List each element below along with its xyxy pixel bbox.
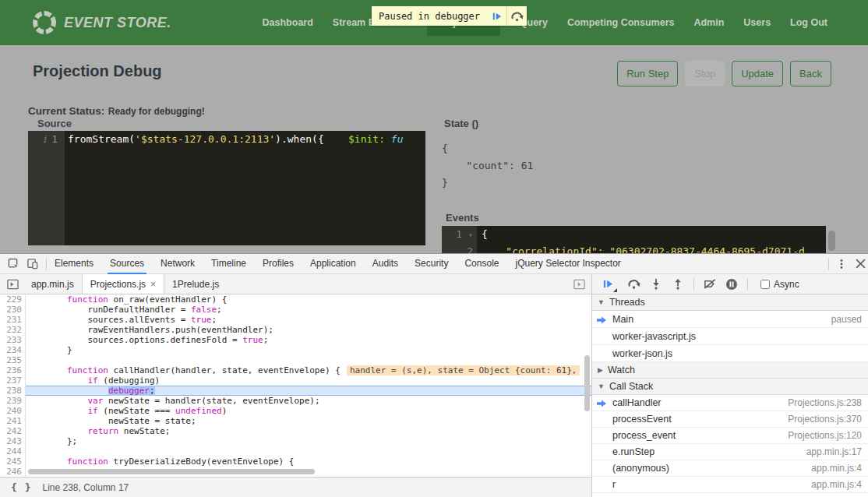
devtools-tab-sources[interactable]: Sources	[110, 254, 144, 274]
devtools-tab-profiles[interactable]: Profiles	[263, 254, 294, 274]
devtools-tab-network[interactable]: Network	[161, 254, 195, 274]
code-token: on_raw(eventHandler) {	[108, 294, 227, 305]
frame-location: app.min.js:4	[811, 463, 862, 474]
code-line-244: 244	[0, 446, 591, 456]
code-line-235: 235	[0, 355, 591, 365]
thread-row-worker-json-js[interactable]: worker-json.js	[592, 345, 868, 362]
event-store-brand[interactable]: EVENT STORE.	[31, 9, 171, 36]
deactivate-breakpoints-icon[interactable]	[704, 278, 716, 291]
call-stack-frame-r[interactable]: rapp.min.js:4	[592, 477, 868, 493]
watch-section-header-title: Watch	[608, 365, 635, 375]
events-scrollbar-thumb[interactable]	[828, 231, 835, 251]
show-navigator-icon[interactable]	[6, 278, 19, 291]
devtools-tab-application[interactable]: Application	[310, 254, 356, 274]
call-stack-frame-callhandler[interactable]: callHandlerProjections.js:238	[592, 395, 868, 411]
paused-in-debugger-tooltip: Paused in debugger	[372, 6, 527, 26]
fold-caret-icon[interactable]: ▾	[464, 231, 473, 239]
nav-item-log-out[interactable]: Log Out	[790, 17, 827, 28]
show-drawer-icon[interactable]	[573, 278, 585, 291]
step-out-icon[interactable]	[672, 278, 684, 291]
code-horizontal-scrollbar-thumb[interactable]	[28, 469, 315, 474]
nav-item-competing-consumers[interactable]: Competing Consumers	[567, 17, 675, 28]
state-panel-label: State ()	[444, 118, 478, 129]
code-vertical-scrollbar-thumb[interactable]	[584, 355, 590, 411]
code-token	[26, 456, 67, 467]
thread-row-worker-javascript-js[interactable]: worker-javascript.js	[592, 328, 868, 345]
call-stack-section-header[interactable]: ▼Call Stack	[592, 379, 868, 395]
call-stack-frame-process-event[interactable]: process_eventProjections.js:120	[592, 428, 868, 444]
code-line-240: 240 if (newState === undefined)	[0, 406, 591, 416]
devtools-panel: ElementsSourcesNetworkTimelineProfilesAp…	[0, 253, 868, 497]
code-line-text: var newState = handler(state, eventEnvel…	[26, 396, 591, 406]
resume-icon[interactable]	[487, 6, 506, 26]
file-tab-1prelude-js[interactable]: 1Prelude.js	[164, 274, 227, 294]
toolbar-divider-1	[693, 278, 694, 291]
step-over-icon[interactable]	[507, 6, 527, 26]
devtools-tab-jquery-selector-inspector[interactable]: jQuery Selector Inspector	[515, 254, 620, 274]
code-line-text: if (newState === undefined)	[26, 406, 591, 416]
pretty-print-icon[interactable]: { }	[11, 481, 31, 493]
thread-row-main[interactable]: Mainpaused	[592, 311, 868, 328]
devtools-tab-elements[interactable]: Elements	[55, 254, 94, 274]
resume-script-icon[interactable]	[602, 278, 614, 291]
debugger-sidebar: Async ▼ThreadsMainpausedworker-javascrip…	[592, 274, 868, 497]
triangle-down-icon: ▼	[598, 382, 605, 390]
stop-button: Stop	[685, 61, 725, 86]
thread-name: worker-json.js	[612, 348, 672, 359]
events-line: 1 ▾{	[442, 226, 826, 243]
source-gutter	[28, 131, 65, 245]
code-token	[26, 406, 87, 416]
events-panel-label: Events	[446, 212, 479, 224]
code-token: (newState ===	[98, 406, 175, 416]
line-number: 236	[0, 365, 26, 375]
run-step-button[interactable]: Run Step	[617, 61, 678, 86]
code-line-text: rawEventHandlers.push(eventHandler);	[26, 325, 591, 335]
file-tab-close-icon[interactable]: ×	[150, 279, 156, 290]
source-code-editor[interactable]: i1 fromStream('$stats-127.0.0.1:2113').w…	[28, 131, 425, 245]
devtools-close-icon[interactable]	[854, 258, 866, 270]
nav-item-admin[interactable]: Admin	[693, 17, 724, 28]
threads-section-header[interactable]: ▼Threads	[592, 294, 868, 311]
line-number: 237	[0, 375, 26, 386]
code-listing[interactable]: 229 function on_raw(eventHandler) {230 r…	[0, 294, 591, 477]
debugger-toolbar: Async	[592, 274, 868, 294]
code-line-text: sources.options.definesFold = true;	[26, 335, 591, 345]
step-into-icon[interactable]	[650, 278, 662, 291]
devtools-more-menu-icon[interactable]	[835, 258, 848, 270]
file-tab-projections-js[interactable]: Projections.js×	[82, 274, 164, 294]
events-editor[interactable]: 1 ▾{2 "correlationId": "06302702-8837-44…	[442, 226, 826, 253]
call-stack-frame-processevent[interactable]: processEventProjections.js:370	[592, 411, 868, 428]
nav-item-dashboard[interactable]: Dashboard	[263, 17, 313, 28]
devtools-tab-timeline[interactable]: Timeline	[211, 254, 246, 274]
file-tab-app-min-js[interactable]: app.min.js	[23, 274, 82, 294]
device-toolbar-icon[interactable]	[26, 258, 38, 270]
code-token: ;	[217, 305, 222, 315]
line-number: 232	[0, 325, 26, 335]
events-line-text: "correlationId": "06302702-8837-4464-869…	[477, 243, 805, 253]
devtools-tab-audits[interactable]: Audits	[372, 254, 398, 274]
code-line-text	[26, 355, 591, 365]
source-token-plain: ).when({	[275, 133, 348, 145]
devtools-tab-security[interactable]: Security	[415, 254, 448, 274]
call-stack-frame-e-runstep[interactable]: e.runStepapp.min.js:17	[592, 444, 868, 460]
frame-location: app.min.js:4	[811, 479, 862, 490]
call-stack-frame[interactable]	[592, 493, 868, 497]
update-button[interactable]: Update	[732, 61, 783, 86]
devtools-tabbar: ElementsSourcesNetworkTimelineProfilesAp…	[0, 254, 868, 274]
events-line-number: 1 ▾	[442, 226, 477, 243]
keyword-token: true	[242, 335, 263, 345]
events-line-text: {	[477, 226, 488, 243]
devtools-tab-console[interactable]: Console	[464, 254, 499, 274]
frame-function-name: processEvent	[612, 414, 672, 425]
inspect-element-icon[interactable]	[7, 258, 19, 270]
step-over-icon[interactable]	[628, 278, 640, 291]
code-line-text: }	[26, 345, 591, 355]
watch-section-header[interactable]: ▶Watch	[592, 362, 868, 379]
back-button[interactable]: Back	[790, 61, 831, 86]
pause-on-exceptions-icon[interactable]	[725, 278, 738, 291]
nav-item-users[interactable]: Users	[743, 17, 771, 28]
call-stack-frame--anonymous-[interactable]: (anonymous)app.min.js:4	[592, 460, 868, 477]
async-checkbox[interactable]	[760, 280, 770, 289]
frame-location: Projections.js:238	[788, 397, 862, 408]
line-number: 230	[0, 305, 26, 315]
